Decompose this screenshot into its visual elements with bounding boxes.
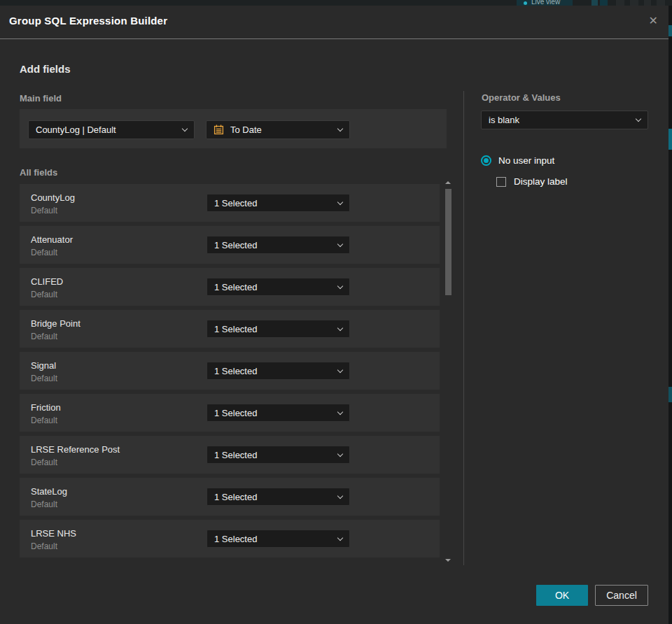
display-label-checkbox[interactable]: Display label	[496, 176, 568, 187]
selected-count-label: 1 Selected	[214, 450, 257, 460]
operator-dropdown-value: is blank	[489, 115, 519, 125]
chevron-down-icon	[337, 199, 343, 204]
field-selected-dropdown[interactable]: 1 Selected	[206, 362, 350, 380]
field-sublabel: Default	[31, 416, 57, 425]
field-name: CLIFED	[31, 276, 63, 287]
selected-count-label: 1 Selected	[214, 240, 257, 250]
panel-divider	[463, 91, 464, 565]
close-icon[interactable]: ✕	[649, 14, 658, 27]
date-type-dropdown-value: To Date	[230, 125, 262, 135]
field-selected-dropdown[interactable]: 1 Selected	[206, 194, 350, 212]
chevron-down-icon	[337, 283, 343, 288]
field-name: LRSE Reference Post	[31, 444, 120, 455]
background-toolbar-fragment	[600, 0, 608, 6]
selected-count-label: 1 Selected	[214, 366, 257, 376]
selected-count-label: 1 Selected	[214, 198, 257, 208]
chevron-down-icon	[182, 126, 188, 132]
field-name: Attenuator	[31, 234, 73, 245]
field-row-lrse-nhs: LRSE NHS Default 1 Selected	[20, 520, 440, 558]
field-row-attenuator: Attenuator Default 1 Selected	[20, 226, 440, 264]
scrollbar-thumb[interactable]	[445, 189, 451, 295]
background-toolbar-fragment	[657, 0, 665, 6]
dialog-titlebar: Group SQL Expression Builder ✕	[0, 6, 668, 38]
background-toolbar-fragment	[644, 0, 651, 6]
chevron-down-icon	[636, 116, 641, 122]
add-fields-heading: Add fields	[20, 63, 71, 75]
chevron-down-icon	[337, 325, 343, 330]
dialog-title: Group SQL Expression Builder	[9, 15, 167, 27]
selected-count-label: 1 Selected	[214, 534, 257, 544]
field-selected-dropdown[interactable]: 1 Selected	[206, 320, 350, 338]
radio-icon	[481, 155, 491, 166]
selected-count-label: 1 Selected	[214, 282, 257, 292]
field-row-statelog: StateLog Default 1 Selected	[20, 478, 440, 516]
field-selected-dropdown[interactable]: 1 Selected	[206, 236, 350, 254]
main-field-dropdown[interactable]: CountyLog | Default	[28, 120, 195, 139]
main-field-label: Main field	[20, 93, 62, 104]
chevron-down-icon	[337, 409, 343, 414]
display-label-text: Display label	[514, 176, 568, 187]
chevron-down-icon	[337, 492, 343, 498]
calendar-icon	[214, 125, 224, 135]
field-row-lrse-reference-post: LRSE Reference Post Default 1 Selected	[20, 436, 440, 474]
field-selected-dropdown[interactable]: 1 Selected	[206, 446, 350, 464]
background-teal-fragment	[668, 25, 672, 36]
main-field-dropdown-value: CountyLog | Default	[36, 125, 116, 135]
operator-values-label: Operator & Values	[482, 92, 561, 103]
field-row-signal: Signal Default 1 Selected	[20, 352, 440, 390]
field-selected-dropdown[interactable]: 1 Selected	[206, 278, 350, 296]
field-name: Friction	[31, 402, 61, 413]
chevron-down-icon	[337, 241, 343, 246]
chevron-down-icon	[337, 451, 343, 456]
field-row-bridge-point: Bridge Point Default 1 Selected	[20, 310, 440, 348]
field-sublabel: Default	[31, 458, 57, 467]
group-sql-expression-builder-dialog: Group SQL Expression Builder ✕ Add field…	[0, 6, 668, 624]
live-view-button: Live view	[517, 0, 573, 6]
field-sublabel: Default	[31, 499, 57, 509]
field-name: CountyLog	[31, 192, 75, 203]
ok-button[interactable]: OK	[536, 585, 588, 606]
no-user-input-label: No user input	[498, 155, 554, 166]
scroll-down-arrow-icon[interactable]	[445, 559, 451, 562]
field-row-countylog: CountyLog Default 1 Selected	[20, 184, 440, 222]
background-right-panel	[668, 6, 672, 624]
background-toolbar-fragment	[630, 0, 638, 6]
title-separator	[0, 38, 668, 39]
background-teal-fragment	[668, 387, 672, 402]
field-selected-dropdown[interactable]: 1 Selected	[206, 488, 350, 506]
all-fields-label: All fields	[20, 167, 57, 178]
operator-dropdown[interactable]: is blank	[481, 111, 648, 129]
field-row-friction: Friction Default 1 Selected	[20, 394, 440, 432]
field-selected-dropdown[interactable]: 1 Selected	[206, 530, 350, 548]
background-teal-fragment	[668, 129, 672, 150]
field-sublabel: Default	[31, 541, 57, 551]
background-top-bar: Live view	[0, 0, 672, 6]
chevron-down-icon	[337, 534, 343, 540]
background-toolbar-fragment	[616, 0, 624, 6]
live-indicator-dot-icon	[524, 1, 527, 5]
field-selected-dropdown[interactable]: 1 Selected	[206, 404, 350, 422]
field-name: Bridge Point	[31, 318, 80, 329]
selected-count-label: 1 Selected	[214, 408, 257, 418]
field-sublabel: Default	[31, 332, 57, 341]
list-scrollbar[interactable]	[443, 180, 454, 562]
selected-count-label: 1 Selected	[214, 492, 257, 502]
background-toolbar-fragment	[592, 0, 598, 6]
main-field-panel: CountyLog | Default To Date	[20, 109, 447, 148]
field-name: LRSE NHS	[31, 528, 76, 539]
no-user-input-radio[interactable]: No user input	[481, 155, 554, 166]
field-sublabel: Default	[31, 248, 57, 257]
cancel-button[interactable]: Cancel	[595, 585, 648, 606]
field-name: Signal	[31, 360, 56, 371]
chevron-down-icon	[337, 126, 343, 132]
date-type-dropdown[interactable]: To Date	[206, 120, 350, 139]
radio-dot-icon	[484, 158, 489, 163]
scroll-up-arrow-icon[interactable]	[445, 181, 451, 184]
checkbox-icon	[496, 177, 506, 187]
selected-count-label: 1 Selected	[214, 324, 257, 334]
live-view-label: Live view	[531, 0, 560, 6]
field-sublabel: Default	[31, 374, 57, 383]
field-name: StateLog	[31, 486, 67, 497]
field-row-clifed: CLIFED Default 1 Selected	[20, 268, 440, 306]
chevron-down-icon	[337, 367, 343, 372]
